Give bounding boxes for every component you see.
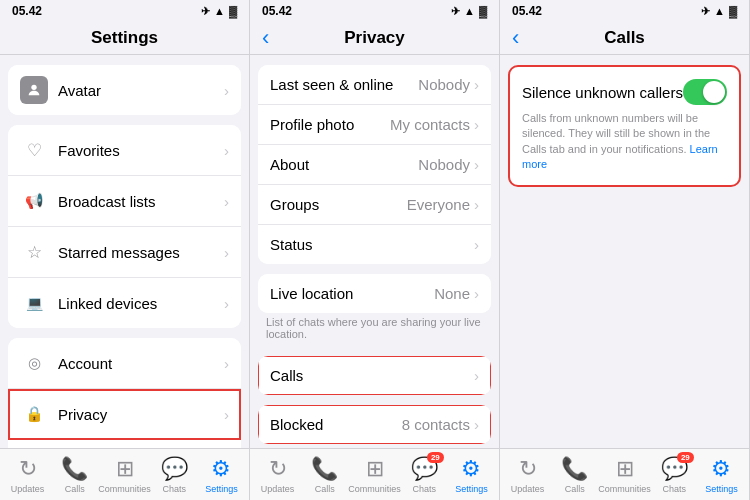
calls-back-btn[interactable]: ‹	[512, 25, 519, 51]
time-2: 05.42	[262, 4, 292, 18]
calls-header: ‹ Calls	[500, 20, 749, 55]
profile-photo-value: My contacts	[390, 116, 470, 133]
account-label: Account	[58, 355, 224, 372]
favorites-item[interactable]: ♡ Favorites ›	[8, 125, 241, 176]
settings-tab-label-2: Settings	[455, 484, 488, 494]
settings-mid-section: ♡ Favorites › 📢 Broadcast lists › ☆ Star…	[0, 125, 249, 328]
calls-content: Silence unknown callers Calls from unkno…	[500, 55, 749, 448]
updates-label-3: Updates	[511, 484, 545, 494]
linked-item[interactable]: 💻 Linked devices ›	[8, 278, 241, 328]
settings-tab-label-1: Settings	[205, 484, 238, 494]
communities-label-1: Communities	[98, 484, 151, 494]
linked-label: Linked devices	[58, 295, 224, 312]
tab-calls-3[interactable]: 📞 Calls	[551, 456, 598, 494]
communities-icon-3: ⊞	[616, 456, 634, 482]
tab-chats-3[interactable]: 💬29 Chats	[651, 456, 698, 494]
privacy-top-section: Last seen & online Nobody › Profile phot…	[250, 65, 499, 264]
settings-title: Settings	[91, 28, 158, 48]
status-icons-2: ✈ ▲ ▓	[451, 5, 487, 18]
favorites-icon: ♡	[20, 136, 48, 164]
groups-item[interactable]: Groups Everyone ›	[258, 185, 491, 225]
updates-icon-2: ↻	[269, 456, 287, 482]
avatar-chevron: ›	[224, 82, 229, 99]
tab-settings-3[interactable]: ⚙ Settings	[698, 456, 745, 494]
privacy-title: Privacy	[344, 28, 405, 48]
blocked-card: Blocked 8 contacts ›	[258, 405, 491, 444]
communities-icon-1: ⊞	[116, 456, 134, 482]
avatar-icon	[20, 76, 48, 104]
privacy-label: Privacy	[58, 406, 224, 423]
tab-settings-2[interactable]: ⚙ Settings	[448, 456, 495, 494]
tab-calls-1[interactable]: 📞 Calls	[51, 456, 98, 494]
time-1: 05.42	[12, 4, 42, 18]
chats-item[interactable]: 💬 Chats ›	[8, 440, 241, 448]
airplane-icon-2: ✈	[451, 5, 460, 18]
privacy-header: ‹ Privacy	[250, 20, 499, 55]
blocked-item[interactable]: Blocked 8 contacts ›	[258, 405, 491, 444]
chats-tab-label-2: Chats	[413, 484, 437, 494]
settings-tab-icon-2: ⚙	[461, 456, 481, 482]
status-bar-2: 05.42 ✈ ▲ ▓	[250, 0, 499, 20]
communities-label-2: Communities	[348, 484, 401, 494]
avatar-item[interactable]: Avatar ›	[8, 65, 241, 115]
settings-tab-icon-3: ⚙	[711, 456, 731, 482]
settings-avatar-section: Avatar ›	[0, 65, 249, 115]
live-location-note: List of chats where you are sharing your…	[250, 313, 499, 346]
battery-icon-2: ▓	[479, 5, 487, 17]
settings-tab-bar: ↻ Updates 📞 Calls ⊞ Communities 💬 Chats …	[0, 448, 249, 500]
last-seen-item[interactable]: Last seen & online Nobody ›	[258, 65, 491, 105]
communities-label-3: Communities	[598, 484, 651, 494]
privacy-content: Last seen & online Nobody › Profile phot…	[250, 55, 499, 448]
settings-mid-card: ♡ Favorites › 📢 Broadcast lists › ☆ Star…	[8, 125, 241, 328]
last-seen-label: Last seen & online	[270, 76, 418, 93]
tab-settings-1[interactable]: ⚙ Settings	[198, 456, 245, 494]
starred-icon: ☆	[20, 238, 48, 266]
updates-icon-1: ↻	[19, 456, 37, 482]
privacy-top-card: Last seen & online Nobody › Profile phot…	[258, 65, 491, 264]
svg-point-0	[31, 85, 36, 90]
broadcast-item[interactable]: 📢 Broadcast lists ›	[8, 176, 241, 227]
live-location-label: Live location	[270, 285, 434, 302]
tab-calls-2[interactable]: 📞 Calls	[301, 456, 348, 494]
tab-communities-3[interactable]: ⊞ Communities	[598, 456, 651, 494]
airplane-icon: ✈	[201, 5, 210, 18]
time-3: 05.42	[512, 4, 542, 18]
tab-updates-2[interactable]: ↻ Updates	[254, 456, 301, 494]
privacy-item[interactable]: 🔒 Privacy ›	[8, 389, 241, 440]
broadcast-label: Broadcast lists	[58, 193, 224, 210]
calls-panel: 05.42 ✈ ▲ ▓ ‹ Calls Silence unknown call…	[500, 0, 750, 500]
chats-tab-icon-1: 💬	[161, 456, 188, 482]
blocked-label: Blocked	[270, 416, 402, 433]
chats-tab-icon-2: 💬29	[411, 456, 438, 482]
starred-item[interactable]: ☆ Starred messages ›	[8, 227, 241, 278]
calls-card: Calls ›	[258, 356, 491, 395]
last-seen-value: Nobody	[418, 76, 470, 93]
calls-tab-bar: ↻ Updates 📞 Calls ⊞ Communities 💬29 Chat…	[500, 448, 749, 500]
about-item[interactable]: About Nobody ›	[258, 145, 491, 185]
learn-more-link[interactable]: Learn more	[522, 143, 718, 170]
settings-bottom-section: ◎ Account › 🔒 Privacy › 💬 Chats › 🔔 Noti…	[0, 338, 249, 448]
battery-icon: ▓	[229, 5, 237, 17]
airplane-icon-3: ✈	[701, 5, 710, 18]
silence-description: Calls from unknown numbers will be silen…	[522, 111, 727, 173]
calls-label-1: Calls	[65, 484, 85, 494]
settings-tab-label-3: Settings	[705, 484, 738, 494]
broadcast-icon: 📢	[20, 187, 48, 215]
tab-communities-2[interactable]: ⊞ Communities	[348, 456, 401, 494]
status-item[interactable]: Status ›	[258, 225, 491, 264]
blocked-section: Blocked 8 contacts › List of contacts yo…	[250, 405, 499, 448]
live-location-item[interactable]: Live location None ›	[258, 274, 491, 313]
privacy-panel: 05.42 ✈ ▲ ▓ ‹ Privacy Last seen & online…	[250, 0, 500, 500]
silence-toggle[interactable]	[683, 79, 727, 105]
tab-chats-1[interactable]: 💬 Chats	[151, 456, 198, 494]
tab-updates-1[interactable]: ↻ Updates	[4, 456, 51, 494]
settings-header: Settings	[0, 20, 249, 55]
calls-privacy-item[interactable]: Calls ›	[258, 356, 491, 395]
tab-chats-2[interactable]: 💬29 Chats	[401, 456, 448, 494]
account-item[interactable]: ◎ Account ›	[8, 338, 241, 389]
privacy-back-btn[interactable]: ‹	[262, 25, 269, 51]
calls-icon-2: 📞	[311, 456, 338, 482]
tab-communities-1[interactable]: ⊞ Communities	[98, 456, 151, 494]
tab-updates-3[interactable]: ↻ Updates	[504, 456, 551, 494]
profile-photo-item[interactable]: Profile photo My contacts ›	[258, 105, 491, 145]
